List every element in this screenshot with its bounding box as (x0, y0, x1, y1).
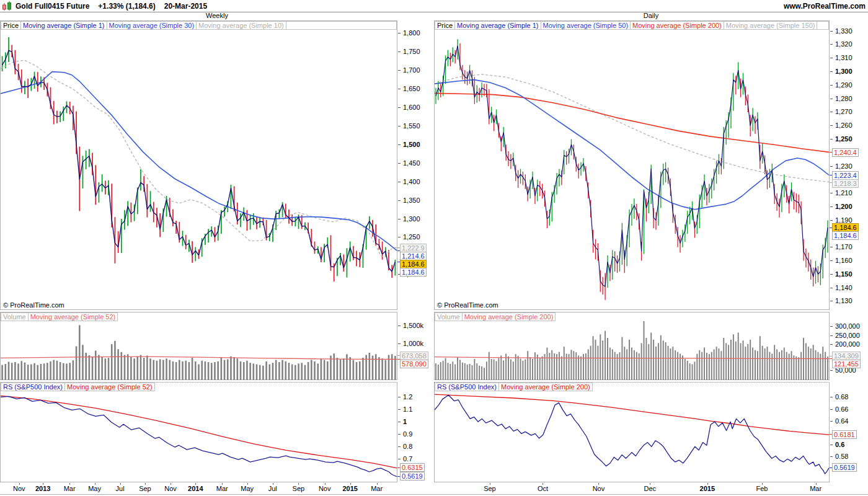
legend-moving-average-simple-1[interactable]: Moving average (Simple 1) (20, 21, 107, 30)
x-tick-label: 2015 (700, 485, 715, 493)
y-value-box-yellow: 1,184.6 (400, 260, 427, 268)
x-tick-label: May (241, 485, 254, 493)
legend-moving-average-simple-200[interactable]: Moving average (Simple 200) (630, 21, 724, 30)
x-tick-label: Feb (756, 485, 768, 493)
instrument-name: Gold Full0415 Future (16, 2, 89, 11)
daily-price-pane[interactable]: PriceMoving average (Simple 1)Moving ave… (434, 20, 830, 310)
y-value-box-blue: 0.5619 (400, 472, 425, 480)
y-value-box-gray: 673,058 (400, 352, 428, 360)
y-tick-label: 0.7 (397, 455, 412, 463)
y-tick-label: 1,270 (830, 108, 852, 116)
y-tick-label: 1,500k (397, 322, 423, 330)
legend-volume[interactable]: Volume (1, 312, 29, 321)
legend-moving-average-simple-150[interactable]: Moving average (Simple 150) (724, 21, 818, 30)
y-value-box-red: 578,090 (400, 360, 428, 368)
y-value-box-red: 0.6181 (832, 430, 857, 439)
weekly-ma30 (1, 72, 397, 251)
y-value-box-blue: 0.5619 (832, 463, 857, 472)
legend-moving-average-simple-200[interactable]: Moving average (Simple 200) (462, 312, 556, 321)
y-tick-label: 1 (397, 418, 407, 426)
y-value-box-gray: 134,309 (832, 352, 861, 360)
daily-rs-plot[interactable] (435, 391, 829, 482)
legend-filler (817, 21, 829, 30)
weekly-close-line (2, 51, 396, 272)
y-tick-label: 0.9 (397, 430, 412, 438)
legend-price[interactable]: Price (1, 21, 21, 30)
x-tick-label: 2013 (35, 485, 50, 493)
legend-moving-average-simple-200[interactable]: Moving average (Simple 200) (498, 383, 593, 391)
daily-timeframe-title: Daily (434, 12, 868, 20)
y-tick-label: 0.64 (830, 417, 848, 425)
y-tick-label: 1,280 (830, 95, 852, 103)
prorealtime-website-link[interactable]: www.ProRealTime.com (784, 2, 866, 11)
weekly-volume-plot[interactable] (1, 321, 397, 380)
x-tick-label: Mar (371, 485, 383, 493)
y-value-box-blue: 1,184.6 (400, 268, 427, 277)
weekly-rs-plot[interactable] (1, 391, 397, 482)
x-tick-label: May (88, 485, 101, 493)
legend-price[interactable]: Price (435, 21, 455, 30)
daily-close-line (436, 46, 828, 286)
legend-rs-s-p500-index[interactable]: RS (S&P500 Index) (435, 383, 499, 391)
y-tick-label: 0.66 (830, 405, 848, 414)
daily-price-legend: PriceMoving average (Simple 1)Moving ave… (435, 21, 829, 30)
y-value-box-gray: 1,218.3 (832, 179, 859, 188)
copyright-text: © ProRealTime.com (437, 301, 498, 309)
price-change: +1.33% (1,184.6) (98, 2, 155, 11)
legend-volume[interactable]: Volume (435, 312, 463, 321)
daily-price-plot[interactable] (435, 30, 829, 309)
y-tick-label: 1,170 (830, 243, 852, 251)
candlestick-logo-icon (2, 1, 13, 11)
legend-moving-average-simple-50[interactable]: Moving average (Simple 50) (541, 21, 631, 30)
y-tick-label: 1,250 (397, 233, 420, 241)
weekly-price-pane[interactable]: PriceMoving average (Simple 1)Moving ave… (0, 20, 397, 310)
y-tick-label: 200,000 (830, 340, 860, 348)
y-tick-label: 1,450 (397, 159, 420, 167)
y-tick-label: 1,310 (830, 54, 852, 62)
weekly-volume-legend: VolumeMoving average (Simple 52) (1, 312, 397, 321)
y-value-box-blue: 1,184.6 (832, 231, 859, 240)
legend-moving-average-simple-52[interactable]: Moving average (Simple 52) (64, 383, 155, 391)
x-tick-label: Jul (116, 485, 125, 493)
weekly-timeframe-title: Weekly (0, 12, 434, 20)
y-tick-label: 0.68 (830, 393, 848, 401)
y-tick-label: 250,000 (830, 332, 860, 340)
header-bar: Gold Full0415 Future +1.33% (1,184.6) 20… (0, 0, 868, 12)
y-tick-label: 1,320 (830, 40, 852, 48)
daily-rs-y-axis: 0.680.660.640.60.580.61810.5619 (830, 391, 868, 482)
weekly-rs-line (1, 396, 397, 476)
weekly-price-y-axis: 1,8001,7501,7001,6501,6001,5501,5001,450… (397, 30, 434, 309)
y-tick-label: 1.2 (397, 393, 412, 401)
y-tick-label: 1,750 (397, 48, 420, 56)
weekly-volume-pane[interactable]: VolumeMoving average (Simple 52) (0, 312, 397, 380)
legend-moving-average-simple-30[interactable]: Moving average (Simple 30) (107, 21, 197, 30)
prorealtime-chart-export: Gold Full0415 Future +1.33% (1,184.6) 20… (0, 0, 868, 496)
legend-moving-average-simple-52[interactable]: Moving average (Simple 52) (28, 312, 118, 321)
weekly-rs-y-axis: 1.21.110.90.80.70.63150.5619 (397, 391, 434, 482)
y-tick-label: 1,140 (830, 284, 852, 292)
y-tick-label: 0.58 (830, 453, 848, 461)
x-tick-label: Nov (319, 485, 331, 493)
legend-moving-average-simple-10[interactable]: Moving average (Simple 10) (196, 21, 286, 30)
y-tick-label: 1,650 (397, 85, 420, 93)
y-tick-label: 1,150 (830, 270, 852, 278)
legend-rs-s-p500-index[interactable]: RS (S&P500 Index) (1, 383, 65, 391)
daily-volume-pane[interactable]: VolumeMoving average (Simple 200) (434, 312, 830, 380)
y-tick-label: 1,000k (397, 340, 423, 348)
legend-filler (286, 21, 397, 30)
weekly-rs-pane[interactable]: RS (S&P500 Index)Moving average (Simple … (0, 382, 397, 482)
daily-volume-plot[interactable] (435, 321, 829, 380)
daily-rs-legend: RS (S&P500 Index)Moving average (Simple … (435, 383, 829, 391)
legend-moving-average-simple-1[interactable]: Moving average (Simple 1) (454, 21, 541, 30)
x-tick-label: Nov (593, 485, 605, 493)
x-tick-label: Sep (484, 485, 496, 493)
y-tick-label: 1,330 (830, 27, 852, 35)
weekly-price-plot[interactable] (1, 30, 397, 309)
y-tick-label: 1,230 (830, 162, 852, 170)
y-tick-label: 1,130 (830, 297, 852, 305)
y-value-box-blue: 1,223.4 (832, 171, 859, 180)
daily-price-y-axis: 1,3301,3201,3101,3001,2901,2801,2701,260… (830, 30, 868, 309)
weekly-volume-y-axis: 1,500k1,000k673,058578,090 (397, 321, 434, 379)
copyright-text: © ProRealTime.com (3, 301, 64, 309)
daily-rs-pane[interactable]: RS (S&P500 Index)Moving average (Simple … (434, 382, 830, 482)
